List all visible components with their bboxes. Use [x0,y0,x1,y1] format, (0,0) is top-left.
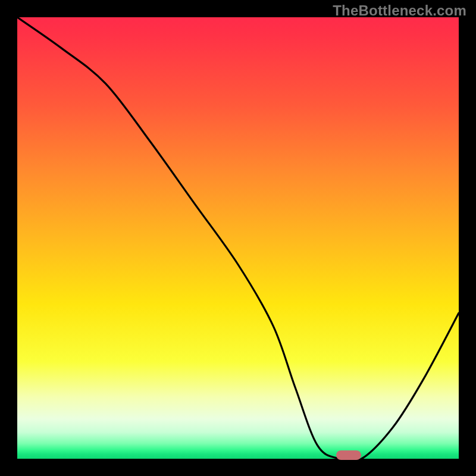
optimum-marker [336,450,361,460]
chart-frame [17,17,459,459]
bottleneck-curve [17,17,459,459]
watermark-text: TheBottleneck.com [333,2,466,19]
curve-path [17,17,459,459]
